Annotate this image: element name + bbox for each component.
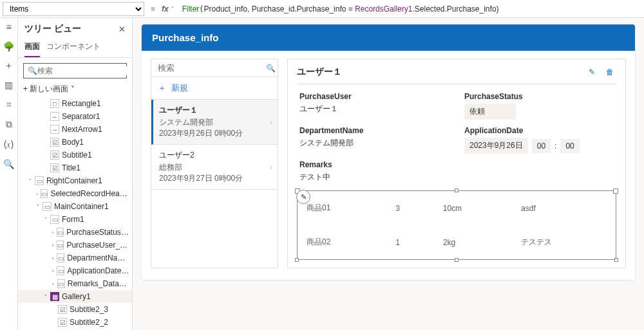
tree-search[interactable]: 🔍 xyxy=(23,63,127,78)
tree-node[interactable]: ›▭SelectedRecordHeaderContain xyxy=(18,187,132,200)
tree-node[interactable]: ☑Title1 xyxy=(18,161,132,174)
fx-chevron-icon[interactable]: ˅ xyxy=(171,6,178,12)
label-departmentname: DepartmentName xyxy=(299,126,449,135)
table-cell: テステス xyxy=(512,225,616,259)
rail-insert-icon[interactable]: + xyxy=(6,60,11,71)
tree-node[interactable]: ˅▭MainContainer1 xyxy=(18,200,132,213)
edit-icon[interactable]: ✎ xyxy=(585,66,598,78)
tree-node[interactable]: →NextArrow1 xyxy=(18,123,132,136)
table-cell: 1 xyxy=(386,225,433,259)
plus-icon: ＋ xyxy=(158,82,166,94)
records-gallery: 🔍 ＋ 新規 ユーザー１システム開発部2023年9月26日 0時00分›ユーザー… xyxy=(151,59,278,268)
app-header: Purchase_info xyxy=(142,24,635,51)
rail-search-icon[interactable]: 🔍 xyxy=(3,159,14,169)
list-item[interactable]: ユーザー2総務部2023年9月27日 0時00分› xyxy=(151,145,278,190)
detail-form: ユーザー１ ✎ 🗑 PurchaseUser ユーザー１ PurchaseSta… xyxy=(287,59,626,268)
label-remarks: Remarks xyxy=(299,160,614,169)
rail-vars-icon[interactable]: (𝑥) xyxy=(4,139,14,150)
table-cell: 2kg xyxy=(434,225,512,259)
table-cell: 10cm xyxy=(434,191,512,225)
table-cell: 商品02 xyxy=(298,225,386,259)
tree-node[interactable]: ˅▭Form1 xyxy=(18,213,132,226)
table-cell: 3 xyxy=(386,191,433,225)
search-icon[interactable]: 🔍 xyxy=(266,64,276,73)
tree-node[interactable]: ☑Body1 xyxy=(18,136,132,149)
tree-node[interactable]: ›▭ApplicationDate_Data xyxy=(18,264,132,277)
table-cell: asdf xyxy=(512,191,616,225)
label-purchaseuser: PurchaseUser xyxy=(299,92,449,101)
new-screen-button[interactable]: + 新しい画面 ˅ xyxy=(18,81,132,97)
tree-title: ツリー ビュー xyxy=(24,23,118,35)
formula-input[interactable]: Filter(Product_info, Purchase_id.Purchas… xyxy=(178,5,644,14)
value-purchaseuser: ユーザー１ xyxy=(299,104,449,115)
tree-node[interactable]: ›▭Remarks_DataCard1 xyxy=(18,277,132,290)
equals-sign: = xyxy=(147,5,159,14)
new-record-button[interactable]: ＋ 新規 xyxy=(151,77,278,100)
search-icon: 🔍 xyxy=(28,66,37,75)
rail-menu-icon[interactable]: ≡ xyxy=(6,22,11,32)
chevron-right-icon: › xyxy=(270,163,272,172)
detail-title: ユーザー１ xyxy=(297,66,580,78)
value-departmentname: システム開発部 xyxy=(299,138,449,149)
close-icon[interactable]: ✕ xyxy=(118,24,126,34)
value-remarks: テスト中 xyxy=(299,172,614,183)
tree-node[interactable]: ☑Subtitle1 xyxy=(18,149,132,161)
rail-media-icon[interactable]: ⌗ xyxy=(6,99,12,110)
chevron-down-icon: ˅ xyxy=(71,85,75,94)
tree-node[interactable]: ›▭DepartmentName_Da xyxy=(18,252,132,264)
gallery1-selection[interactable]: ✎ 商品01310cmasdf商品0212kgテステス xyxy=(297,190,616,260)
fx-label[interactable]: fx xyxy=(159,5,171,14)
delete-icon[interactable]: 🗑 xyxy=(603,66,616,78)
value-appdate-hh: 00 xyxy=(532,139,551,153)
gallery-edit-icon[interactable]: ✎ xyxy=(296,190,310,204)
tree-node[interactable]: ☑Subtitle2_2 xyxy=(18,316,132,329)
rail-tree-icon[interactable]: 🌳 xyxy=(3,41,14,51)
label-applicationdate: ApplicationDate xyxy=(464,126,614,135)
formula-bar: Items = fx ˅ Filter(Product_info, Purcha… xyxy=(0,0,644,18)
tree-node[interactable]: ›▭PurchaseStatus_DataC xyxy=(18,226,132,239)
value-purchasestatus: 依頼 xyxy=(464,104,516,120)
chevron-right-icon: › xyxy=(270,118,272,127)
rail-data-icon[interactable]: ▥ xyxy=(5,80,13,90)
value-appdate-mm: 00 xyxy=(560,139,579,153)
left-rail: ≡ 🌳 + ▥ ⌗ ⧉ (𝑥) 🔍 xyxy=(0,18,18,330)
table-row[interactable]: 商品01310cmasdf xyxy=(298,191,616,225)
tree-list: □Rectangle1↔Separator1→NextArrow1☑Body1☑… xyxy=(18,97,132,330)
tree-view-panel: ツリー ビュー ✕ 画面 コンポーネント 🔍 + 新しい画面 ˅ □Rectan… xyxy=(18,18,133,330)
table-cell: 商品01 xyxy=(298,191,386,225)
tree-search-input[interactable] xyxy=(37,66,133,75)
canvas: Purchase_info 🔍 ＋ 新規 ユーザー１システム開発部2023年9月… xyxy=(133,18,644,330)
label-purchasestatus: PurchaseStatus xyxy=(464,92,614,101)
table-row[interactable]: 商品0212kgテステス xyxy=(298,225,616,259)
tree-node[interactable]: ›▭PurchaseUser_DataCa xyxy=(18,239,132,252)
colon: : xyxy=(554,142,556,151)
property-dropdown[interactable]: Items xyxy=(3,2,144,16)
tree-node[interactable]: ☑Subtitle2_3 xyxy=(18,303,132,316)
gallery-search-input[interactable] xyxy=(158,63,266,73)
value-applicationdate: 2023年9月26日 xyxy=(464,138,528,154)
tree-node[interactable]: ˅▭RightContainer1 xyxy=(18,174,132,187)
rail-flows-icon[interactable]: ⧉ xyxy=(6,119,12,130)
tab-components[interactable]: コンポーネント xyxy=(46,39,100,57)
tree-node[interactable]: ↔Separator1 xyxy=(18,110,132,123)
list-item[interactable]: ユーザー１システム開発部2023年9月26日 0時00分› xyxy=(151,100,278,145)
tree-node[interactable]: □Rectangle1 xyxy=(18,97,132,110)
tab-screen[interactable]: 画面 xyxy=(24,39,40,57)
tree-node[interactable]: ˅▦Gallery1 xyxy=(18,290,132,303)
